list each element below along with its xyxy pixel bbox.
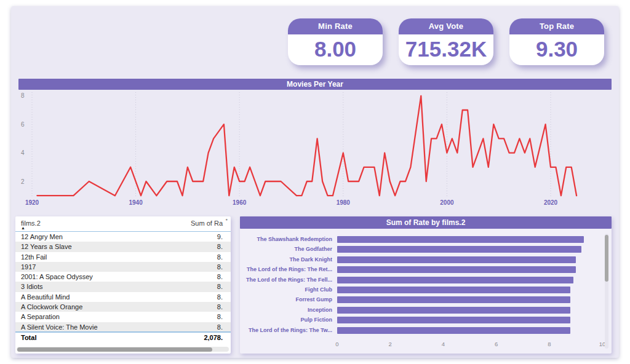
table-body: 12 Angry Men9.12 Years a Slave8.12th Fai…: [15, 232, 231, 332]
rate-by-film-bar-chart[interactable]: Sum of Rate by films.2 The Shawshank Red…: [240, 216, 612, 354]
y-axis-tick-label: 8: [21, 92, 25, 99]
table-row[interactable]: 19178.: [15, 262, 231, 272]
column-options-dot-icon: ●: [225, 218, 228, 221]
bar-x-axis-tick-label: 4: [434, 341, 452, 347]
bar-category-label: Fight Club: [240, 287, 332, 293]
x-axis-tick-label: 2000: [440, 199, 454, 206]
film-name-cell: A Silent Voice: The Movie: [21, 322, 98, 331]
scrollbar-thumb[interactable]: [605, 235, 608, 282]
table-row[interactable]: A Clockwork Orange8.: [15, 302, 231, 312]
film-name-cell: 2001: A Space Odyssey: [21, 272, 93, 282]
rate-cell: 8.: [217, 282, 223, 291]
table-row[interactable]: 2001: A Space Odyssey8.: [15, 272, 231, 282]
kpi-title: Min Rate: [288, 18, 383, 34]
movies-per-year-line-chart[interactable]: 1920194019601980200020202468: [18, 90, 612, 209]
bar-chart-vertical-scrollbar[interactable]: [605, 234, 608, 349]
rate-cell: 8.: [217, 252, 223, 262]
films-table[interactable]: films.2 ▲ Sum of Ra ● 12 Angry Men9.12 Y…: [15, 216, 231, 354]
kpi-value: 715.32K: [399, 34, 493, 65]
x-axis-tick-label: 2020: [544, 199, 558, 206]
bar-category-label: Inception: [240, 307, 332, 314]
bar-chart-title: Sum of Rate by films.2: [240, 216, 612, 229]
table-row[interactable]: A Separation8.: [15, 312, 231, 322]
rate-cell: 8.: [217, 312, 223, 322]
line-chart-title: Movies Per Year: [18, 79, 612, 90]
rate-cell: 8.: [217, 262, 223, 272]
y-axis-tick-label: 2: [21, 178, 25, 185]
film-name-cell: 12 Angry Men: [21, 232, 63, 242]
rate-cell: 8.: [217, 272, 223, 282]
movies-per-year-line-series[interactable]: [37, 96, 576, 196]
table-row[interactable]: A Silent Voice: The Movie8.: [15, 322, 231, 332]
bar[interactable]: [337, 327, 570, 334]
table-row[interactable]: 12th Fail8.: [15, 252, 231, 262]
bar-x-axis-tick-label: 6: [487, 341, 506, 347]
y-axis-tick-label: 6: [21, 121, 25, 128]
bar-category-label: The Dark Knight: [240, 256, 332, 263]
table-total-row: Total 2,078.: [15, 332, 231, 342]
dashboard-canvas: Min Rate 8.00 Avg Vote 715.32K Top Rate …: [11, 6, 619, 358]
bar-x-axis-tick-label: 0: [328, 341, 346, 347]
bar-category-label: The Lord of the Rings: The Fell...: [240, 277, 332, 283]
table-row[interactable]: A Beautiful Mind8.: [15, 292, 231, 302]
kpi-card-top-rate[interactable]: Top Rate 9.30: [509, 18, 604, 65]
rate-cell: 8.: [217, 242, 223, 251]
kpi-card-min-rate[interactable]: Min Rate 8.00: [288, 18, 383, 65]
total-label: Total: [21, 333, 36, 342]
bar[interactable]: [337, 246, 581, 253]
bar[interactable]: [337, 256, 576, 263]
film-name-cell: A Separation: [21, 312, 60, 322]
kpi-value: 8.00: [288, 34, 383, 65]
bar-x-axis-tick-label: 8: [540, 341, 559, 347]
kpi-card-avg-vote[interactable]: Avg Vote 715.32K: [399, 18, 493, 65]
y-axis-tick-label: 4: [21, 149, 25, 156]
bar[interactable]: [337, 317, 570, 323]
bar-category-label: Forrest Gump: [240, 296, 332, 303]
kpi-title: Top Rate: [509, 18, 604, 34]
rate-cell: 8.: [217, 302, 223, 312]
rate-cell: 9.: [217, 232, 223, 242]
bar[interactable]: [337, 307, 570, 314]
table-header: films.2 ▲ Sum of Ra ●: [15, 216, 231, 232]
x-axis-tick-label: 1960: [233, 199, 247, 206]
rate-cell: 8.: [217, 322, 223, 331]
kpi-title: Avg Vote: [399, 18, 493, 34]
bar-category-label: The Lord of the Rings: The Tw...: [240, 327, 332, 334]
bar[interactable]: [337, 266, 576, 273]
x-axis-tick-label: 1980: [337, 199, 351, 206]
scrollbar-thumb[interactable]: [17, 347, 212, 352]
total-value: 2,078.: [204, 333, 223, 342]
table-horizontal-scrollbar[interactable]: [17, 347, 229, 352]
film-name-cell: 1917: [21, 262, 36, 272]
bar[interactable]: [337, 236, 584, 243]
bar-category-label: The Lord of the Rings: The Ret...: [240, 266, 332, 273]
bar[interactable]: [337, 296, 570, 303]
film-name-cell: 12th Fail: [21, 252, 47, 262]
bar-category-label: The Shawshank Redemption: [240, 236, 332, 243]
column-header-sum-of-rate[interactable]: Sum of Ra: [191, 220, 223, 227]
rate-cell: 8.: [217, 292, 223, 302]
film-name-cell: A Clockwork Orange: [21, 302, 82, 312]
film-name-cell: 12 Years a Slave: [21, 242, 72, 251]
sort-ascending-icon: ▲: [21, 226, 25, 230]
table-row[interactable]: 3 Idiots8.: [15, 282, 231, 291]
bar[interactable]: [337, 277, 573, 283]
bar-category-label: Pulp Fiction: [240, 317, 332, 323]
bar-x-axis-tick-label: 10: [593, 341, 612, 347]
bar[interactable]: [337, 287, 570, 293]
x-axis-tick-label: 1920: [25, 199, 39, 206]
film-name-cell: 3 Idiots: [21, 282, 42, 291]
film-name-cell: A Beautiful Mind: [21, 292, 70, 302]
table-row[interactable]: 12 Angry Men9.: [15, 232, 231, 242]
bar-category-label: The Godfather: [240, 246, 332, 253]
bar-x-axis-tick-label: 2: [381, 341, 399, 347]
x-axis-tick-label: 1940: [129, 199, 143, 206]
table-row[interactable]: 12 Years a Slave8.: [15, 242, 231, 251]
kpi-value: 9.30: [509, 34, 604, 65]
